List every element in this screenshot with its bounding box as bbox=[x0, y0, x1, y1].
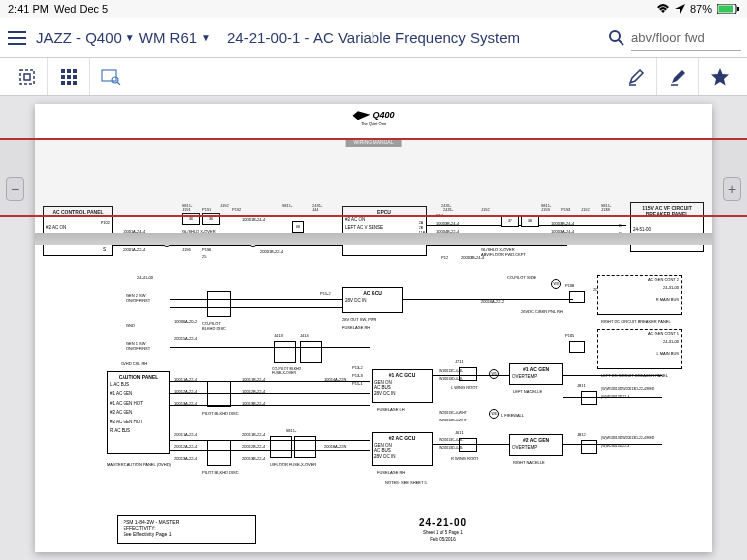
page-title: 24-21-00-1 - AC Variable Frequency Syste… bbox=[227, 29, 520, 46]
ac-control-panel-box: AC CONTROL PANEL P102 #2 AC ON #1 AC ON … bbox=[43, 206, 113, 256]
svg-rect-15 bbox=[73, 81, 77, 85]
ac-gcu-box: AC GCU 28V DC IN bbox=[342, 287, 403, 313]
ac-gen2-box: #2 AC GEN OVERTEMP bbox=[509, 434, 563, 456]
logo-subtitle: The Quiet One bbox=[35, 121, 712, 126]
connector: 38 bbox=[521, 215, 539, 227]
svg-rect-10 bbox=[61, 75, 65, 79]
svg-rect-13 bbox=[61, 81, 65, 85]
ac-gcu2-box: #2 AC GCU GEN ON AC BUS 28V DC IN bbox=[372, 432, 433, 466]
epcu-box: EPCU #2 AC ON LEFT AC V SENSE #1 AC ON 2… bbox=[342, 206, 427, 256]
menu-button[interactable] bbox=[6, 27, 28, 49]
collapse-left-button[interactable]: − bbox=[6, 177, 24, 201]
svg-rect-6 bbox=[24, 74, 30, 80]
ac-gen1-box: #1 AC GEN OVERTEMP bbox=[509, 363, 563, 385]
favorite-button[interactable] bbox=[699, 58, 741, 95]
svg-rect-7 bbox=[61, 69, 65, 73]
plus-icon: + bbox=[728, 181, 736, 197]
toolbar bbox=[0, 58, 747, 96]
search-in-page-button[interactable] bbox=[90, 58, 131, 95]
caret-down-icon: ▼ bbox=[125, 32, 135, 43]
svg-rect-5 bbox=[20, 70, 34, 84]
connector: 37 bbox=[501, 215, 519, 227]
status-time: 2:41 PM bbox=[8, 3, 49, 15]
document-viewport[interactable]: Q400 The Quiet One WIRING MANUAL AC CONT… bbox=[0, 96, 747, 560]
status-date: Wed Dec 5 bbox=[54, 3, 108, 15]
wifi-icon bbox=[656, 4, 670, 14]
annotate-button[interactable] bbox=[657, 58, 699, 95]
svg-rect-16 bbox=[102, 70, 116, 81]
connector: 68 bbox=[292, 221, 304, 233]
svg-rect-8 bbox=[67, 69, 71, 73]
caution-panel-box: CAUTION PANEL L AC BUS #1 AC GEN #1 AC G… bbox=[107, 371, 170, 454]
highlight-button[interactable] bbox=[616, 58, 657, 95]
manual-tab: WIRING MANUAL bbox=[346, 138, 402, 147]
battery-percent: 87% bbox=[690, 3, 712, 15]
location-icon bbox=[675, 4, 685, 14]
expand-right-button[interactable]: + bbox=[723, 177, 741, 201]
crumb-manual[interactable]: WM R61 bbox=[139, 29, 197, 46]
title-block: PSM 1-84-2W - MASTER EFFECTIVITY: See Ef… bbox=[117, 515, 631, 544]
wiring-diagram-page: Q400 The Quiet One WIRING MANUAL AC CONT… bbox=[35, 104, 712, 552]
wiring-diagram: AC CONTROL PANEL P102 #2 AC ON #1 AC ON … bbox=[43, 151, 704, 516]
svg-rect-14 bbox=[67, 81, 71, 85]
aircraft-logo: Q400 bbox=[35, 110, 712, 120]
svg-rect-9 bbox=[73, 69, 77, 73]
svg-rect-12 bbox=[73, 75, 77, 79]
fit-page-button[interactable] bbox=[6, 58, 48, 95]
svg-line-4 bbox=[619, 40, 623, 45]
connector: 36 bbox=[202, 213, 220, 225]
ata-ref: 24-41-00 bbox=[137, 275, 153, 280]
crumb-aircraft[interactable]: JAZZ - Q400 bbox=[36, 29, 122, 46]
status-bar: 2:41 PM Wed Dec 5 87% bbox=[0, 0, 747, 18]
connector: 36 bbox=[182, 213, 200, 225]
svg-rect-2 bbox=[737, 7, 739, 11]
search-input[interactable] bbox=[631, 25, 741, 51]
minus-icon: − bbox=[11, 181, 19, 197]
svg-rect-1 bbox=[719, 6, 734, 13]
svg-rect-11 bbox=[67, 75, 71, 79]
breadcrumb[interactable]: JAZZ - Q400 ▼ WM R61 ▼ bbox=[36, 29, 211, 46]
doc-number: 24-21-00 bbox=[258, 517, 629, 528]
svg-line-18 bbox=[117, 82, 120, 85]
search-icon[interactable] bbox=[608, 29, 625, 47]
svg-point-3 bbox=[610, 31, 620, 41]
grid-view-button[interactable] bbox=[48, 58, 90, 95]
battery-icon bbox=[717, 4, 739, 14]
caret-down-icon: ▼ bbox=[201, 32, 211, 43]
nav-bar: JAZZ - Q400 ▼ WM R61 ▼ 24-21-00-1 - AC V… bbox=[0, 18, 747, 58]
ac-gcu1-box: #1 AC GCU GEN ON AC BUS 28V DC IN bbox=[372, 369, 433, 403]
